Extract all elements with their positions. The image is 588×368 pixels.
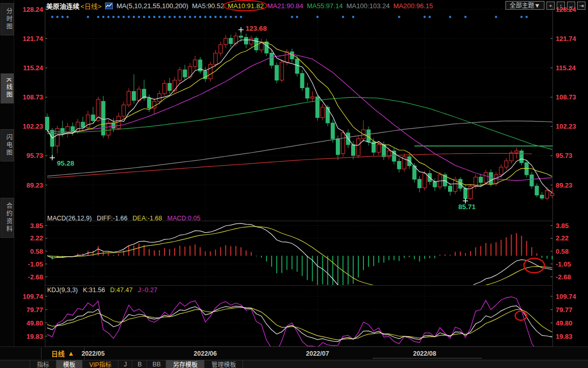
export-icon[interactable]: ⇥ bbox=[577, 2, 585, 10]
signal-dot bbox=[429, 16, 431, 18]
indicator-line bbox=[47, 308, 552, 340]
low-annotation: 85.71 bbox=[458, 203, 476, 211]
kdj-title: KDJ(9,3,3) bbox=[47, 287, 78, 294]
y-axis-label: -2.68 bbox=[556, 273, 571, 281]
kdj-j-value: J:-0.27 bbox=[138, 287, 157, 294]
y-axis-label: 128.24 bbox=[23, 6, 44, 13]
signal-dot bbox=[352, 16, 354, 18]
y-axis-label: 109.74 bbox=[556, 293, 577, 300]
sidebar-tab-time-share[interactable]: 分时图 bbox=[1, 3, 14, 35]
y-axis-label: 115.24 bbox=[556, 64, 576, 72]
macd-panel-header: MACD(26,12,9) DIFF:-1.66 DEA:-1.68 MACD:… bbox=[47, 215, 200, 222]
signal-dot bbox=[143, 16, 145, 18]
left-sidebar: 分时图 K线图 闪电图 合约资料 bbox=[0, 0, 14, 368]
macd-plot bbox=[47, 223, 552, 293]
tab-vip-indicators[interactable]: VIP指标 bbox=[83, 360, 118, 368]
signal-dot bbox=[464, 16, 467, 18]
red-circle-annotation bbox=[515, 311, 526, 320]
candlestick-chart-canvas[interactable]: 2022/052022/062022/072022/08128.24128.24… bbox=[0, 0, 588, 368]
y-axis-label: 109.74 bbox=[23, 293, 44, 300]
all-themes-dropdown[interactable]: 全部主题▼ bbox=[505, 1, 544, 10]
kdj-k-value: K:31.56 bbox=[83, 287, 105, 294]
red-circle-annotation bbox=[524, 258, 544, 273]
macd-dea-value: DEA:-1.68 bbox=[133, 215, 163, 222]
signal-dot bbox=[219, 16, 221, 18]
signal-dot bbox=[107, 16, 109, 18]
signal-dot bbox=[449, 16, 451, 18]
y-axis-label: 2.22 bbox=[30, 234, 43, 242]
tab-save-template[interactable]: 另存模板 bbox=[166, 360, 205, 368]
pan-tool-icon[interactable]: + bbox=[546, 2, 555, 10]
y-axis-label: 19.83 bbox=[556, 333, 573, 340]
tab-bb[interactable]: BB bbox=[147, 360, 166, 368]
tab-templates[interactable]: 模板 bbox=[56, 360, 83, 368]
sidebar-tab-lightning[interactable]: 闪电图 bbox=[1, 129, 14, 161]
y-axis-label: -1.05 bbox=[28, 260, 43, 268]
signal-dot bbox=[179, 16, 181, 18]
signal-dot bbox=[230, 16, 232, 18]
y-axis-label: 95.73 bbox=[26, 152, 43, 159]
signal-dot bbox=[138, 16, 140, 18]
period-selector[interactable]: 日线 ▲ bbox=[41, 347, 85, 359]
y-axis-label: 108.73 bbox=[556, 93, 576, 101]
period-tag: <日线> bbox=[80, 1, 102, 11]
ma-params-label: MA(5,10,21,55,100,200) bbox=[116, 2, 188, 10]
triangle-up-icon: ▲ bbox=[68, 350, 74, 357]
ma200-value: MA200:96.15 bbox=[393, 2, 433, 10]
signal-dot bbox=[316, 16, 318, 18]
tab-manage-template[interactable]: 管理模板 bbox=[205, 360, 243, 368]
signal-dot bbox=[214, 16, 216, 18]
y-axis-label: 19.83 bbox=[26, 333, 43, 340]
high-annotation: 123.68 bbox=[246, 25, 267, 32]
indicator-line bbox=[47, 121, 552, 176]
signal-dot bbox=[342, 16, 344, 18]
sidebar-tab-kline[interactable]: K线图 bbox=[1, 73, 14, 104]
y-axis-label: 79.77 bbox=[556, 306, 573, 314]
signal-dot bbox=[123, 16, 125, 18]
indicator-line bbox=[47, 306, 552, 342]
x-scale-icon[interactable]: ↔ bbox=[567, 2, 575, 10]
symbol-name[interactable]: 美原油连续 bbox=[46, 1, 79, 11]
ma21-value: MA21:90.84 bbox=[267, 2, 303, 10]
y-axis-label: 0.58 bbox=[556, 248, 569, 255]
indicator-line bbox=[47, 297, 552, 354]
ma10-value: MA10:91.82 bbox=[228, 2, 263, 10]
trading-app-window: 分时图 K线图 闪电图 合约资料 美原油连续<日线> MA(5,10,21,55… bbox=[0, 0, 588, 368]
sidebar-tab-contract-info[interactable]: 合约资料 bbox=[1, 198, 14, 238]
kdj-d-value: D:47.47 bbox=[110, 287, 133, 294]
y-axis-label: 108.73 bbox=[23, 93, 43, 101]
ma55-value: MA55:97.14 bbox=[307, 2, 343, 10]
chart-header: 美原油连续<日线> MA(5,10,21,55,100,200) MA5:90.… bbox=[46, 1, 433, 10]
macd-diff-value: DIFF:-1.66 bbox=[97, 215, 128, 222]
y-axis-label: 95.73 bbox=[556, 152, 573, 159]
tab-b[interactable]: B bbox=[132, 360, 147, 368]
indicator-line bbox=[47, 54, 552, 180]
signal-dot bbox=[240, 16, 242, 18]
indicator-line bbox=[47, 97, 552, 150]
tab-j[interactable]: J bbox=[118, 360, 132, 368]
signal-dot bbox=[158, 16, 160, 18]
tab-indicators[interactable]: 指标 bbox=[30, 360, 56, 368]
signal-dot bbox=[525, 16, 528, 18]
kdj-plot bbox=[47, 297, 552, 354]
signal-dot bbox=[495, 16, 497, 18]
y-axis-label: 79.77 bbox=[26, 306, 43, 314]
y-scale-icon[interactable]: ↕ bbox=[557, 2, 565, 10]
signal-dot bbox=[423, 16, 425, 18]
header-toolbar: 全部主题▼ + ↕ ↔ ⇥ bbox=[505, 1, 585, 10]
signal-dot bbox=[209, 16, 211, 18]
y-axis-label: 115.24 bbox=[23, 64, 44, 72]
y-axis-label: -1.05 bbox=[556, 260, 571, 268]
signal-dot bbox=[204, 16, 206, 18]
y-axis-label: 121.74 bbox=[23, 35, 44, 43]
ma5-value: MA5:90.52 bbox=[192, 2, 224, 10]
y-axis-label: 121.74 bbox=[556, 35, 577, 43]
indicator-line bbox=[47, 223, 552, 293]
signal-dot bbox=[164, 16, 166, 18]
y-axis-label: 102.23 bbox=[556, 122, 576, 130]
y-axis-label: 49.80 bbox=[26, 319, 43, 327]
y-axis-label: 102.23 bbox=[23, 122, 43, 130]
signal-dot bbox=[128, 16, 130, 18]
signal-dot bbox=[199, 16, 201, 18]
kline-mini-icon[interactable] bbox=[105, 3, 113, 9]
